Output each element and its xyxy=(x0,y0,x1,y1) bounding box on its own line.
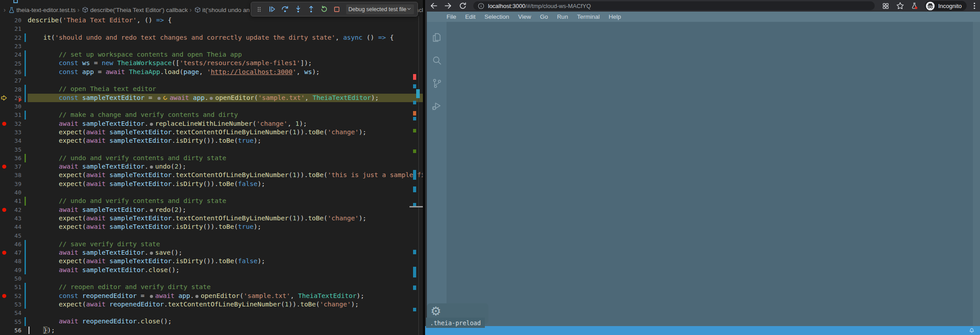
inline-breakpoint-dot[interactable] xyxy=(150,165,153,169)
code-text[interactable] xyxy=(28,42,423,50)
site-info-icon[interactable] xyxy=(478,3,484,9)
code-text[interactable]: // open Theia text editor xyxy=(28,85,423,93)
code-line-33[interactable]: 33 expect(await sampleTextEditor.textCon… xyxy=(0,128,423,136)
code-text[interactable]: await sampleTextEditor.close(); xyxy=(28,266,423,274)
code-text[interactable]: }); xyxy=(28,326,423,335)
forward-icon[interactable] xyxy=(444,2,452,10)
breakpoint-icon[interactable] xyxy=(0,164,8,169)
code-line-30[interactable]: 30 xyxy=(0,102,423,111)
debug-icon[interactable] xyxy=(431,100,442,112)
line-number[interactable]: 46 xyxy=(8,241,21,248)
breadcrumb-describe[interactable]: describe('Theia Text Editor') callback xyxy=(90,7,188,13)
menu-run[interactable]: Run xyxy=(553,13,573,20)
line-number[interactable]: 47 xyxy=(8,249,21,256)
code-line-22[interactable]: 22 it('should undo and redo text changes… xyxy=(0,33,423,42)
line-number[interactable]: 32 xyxy=(8,120,21,127)
breakpoint-icon[interactable] xyxy=(0,250,8,255)
breakpoint-icon[interactable] xyxy=(0,121,8,126)
menu-help[interactable]: Help xyxy=(604,13,625,20)
debug-current-line-icon[interactable] xyxy=(0,95,8,101)
settings-gear-icon[interactable]: ⚙ xyxy=(430,305,441,317)
step-out-button[interactable] xyxy=(306,4,315,15)
code-text[interactable]: // undo and verify contents and dirty st… xyxy=(28,197,423,205)
code-line-55[interactable]: 55 await reopenedEditor.close(); xyxy=(0,317,423,326)
search-icon[interactable] xyxy=(431,54,442,66)
step-over-button[interactable] xyxy=(281,4,289,15)
inline-breakpoint-dot[interactable] xyxy=(150,295,153,298)
line-number[interactable]: 37 xyxy=(8,163,21,170)
code-line-47[interactable]: 47 await sampleTextEditor.save(); xyxy=(0,248,423,257)
code-text[interactable] xyxy=(28,145,423,153)
code-line-49[interactable]: 49 await sampleTextEditor.close(); xyxy=(0,266,423,274)
line-number[interactable]: 56 xyxy=(8,327,21,334)
code-line-37[interactable]: 37 await sampleTextEditor.undo(2); xyxy=(0,162,423,171)
line-number[interactable]: 22 xyxy=(8,34,21,41)
line-number[interactable]: 44 xyxy=(8,223,21,230)
code-text[interactable] xyxy=(28,102,423,111)
code-line-36[interactable]: 36 // undo and verify contents and dirty… xyxy=(0,154,423,162)
line-number[interactable]: 38 xyxy=(8,172,21,178)
code-line-25[interactable]: 25 const ws = new TheiaWorkspace(['tests… xyxy=(0,59,423,67)
line-number[interactable]: 30 xyxy=(8,103,21,110)
line-number[interactable]: 31 xyxy=(8,112,21,118)
line-number[interactable]: 24 xyxy=(8,51,21,58)
line-number[interactable]: 27 xyxy=(8,77,21,84)
code-text[interactable]: expect(await sampleTextEditor.textConten… xyxy=(28,128,423,136)
line-number[interactable]: 35 xyxy=(8,146,21,153)
line-number[interactable]: 41 xyxy=(8,198,21,204)
code-line-45[interactable]: 45 xyxy=(0,231,423,240)
code-line-50[interactable]: 50 xyxy=(0,274,423,283)
code-line-29[interactable]: 29 const sampleTextEditor = await app.op… xyxy=(0,94,423,102)
code-text[interactable]: const sampleTextEditor = await app.openE… xyxy=(28,94,423,102)
code-text[interactable]: await sampleTextEditor.undo(2); xyxy=(28,162,423,171)
code-text[interactable]: const ws = new TheiaWorkspace(['tests/re… xyxy=(28,59,423,67)
line-number[interactable]: 54 xyxy=(8,310,21,316)
breakpoint-icon[interactable] xyxy=(0,294,8,298)
line-number[interactable]: 23 xyxy=(8,43,21,50)
breadcrumb-file[interactable]: theia-text-editor.test.ts xyxy=(17,7,76,13)
inline-breakpoint-dot[interactable] xyxy=(150,209,153,212)
code-text[interactable]: expect(await sampleTextEditor.isDirty())… xyxy=(28,180,423,188)
code-line-44[interactable]: 44 expect(await sampleTextEditor.isDirty… xyxy=(0,223,423,231)
code-text[interactable]: // reopen editor and verify dirty state xyxy=(28,283,423,291)
menu-file[interactable]: File xyxy=(442,13,461,20)
line-number[interactable]: 51 xyxy=(8,284,21,290)
line-number[interactable]: 50 xyxy=(8,275,21,282)
code-text[interactable] xyxy=(28,188,423,197)
code-text[interactable]: // set up workspace contents and open Th… xyxy=(28,50,423,59)
code-line-32[interactable]: 32 await sampleTextEditor.replaceLineWit… xyxy=(0,120,423,128)
code-line-43[interactable]: 43 expect(await sampleTextEditor.textCon… xyxy=(0,214,423,223)
breakpoint-icon[interactable] xyxy=(0,207,8,212)
restart-button[interactable] xyxy=(319,4,328,15)
source-control-icon[interactable] xyxy=(431,77,442,89)
code-line-23[interactable]: 23 xyxy=(0,42,423,50)
menu-terminal[interactable]: Terminal xyxy=(572,13,604,20)
inline-breakpoint-dot[interactable] xyxy=(210,97,213,100)
code-line-27[interactable]: 27 xyxy=(0,76,423,85)
code-line-21[interactable]: 21 xyxy=(0,25,423,33)
code-text[interactable] xyxy=(28,274,423,283)
code-text[interactable]: // make a change and verify contents and… xyxy=(28,111,423,119)
toolbar-grip-handle[interactable] xyxy=(255,4,264,15)
debug-config-dropdown[interactable]: Debug selected test file xyxy=(346,4,414,14)
chrome-menu-icon[interactable] xyxy=(973,2,976,10)
code-text[interactable]: await sampleTextEditor.replaceLineWithLi… xyxy=(28,120,423,128)
code-text[interactable]: const app = await TheiaApp.load(page, 'h… xyxy=(28,68,423,76)
code-text[interactable]: // save verify dirty state xyxy=(28,240,423,248)
line-number[interactable]: 53 xyxy=(8,301,21,308)
code-line-31[interactable]: 31 // make a change and verify contents … xyxy=(0,111,423,119)
code-text[interactable]: expect(await sampleTextEditor.textConten… xyxy=(28,214,423,223)
line-number[interactable]: 52 xyxy=(8,293,21,299)
line-number[interactable]: 49 xyxy=(8,267,21,273)
code-text[interactable]: await sampleTextEditor.redo(2); xyxy=(28,206,423,214)
inline-breakpoint-dot[interactable] xyxy=(150,252,153,255)
code-text[interactable]: expect(await reopenedEditor.textContentO… xyxy=(28,300,423,309)
line-number[interactable]: 28 xyxy=(8,86,21,93)
code-text[interactable]: expect(await sampleTextEditor.isDirty())… xyxy=(28,257,423,265)
line-number[interactable]: 45 xyxy=(8,232,21,239)
line-number[interactable]: 40 xyxy=(8,189,21,196)
reload-icon[interactable] xyxy=(459,2,467,10)
line-number[interactable]: 42 xyxy=(8,207,21,213)
code-line-35[interactable]: 35 xyxy=(0,145,423,153)
code-line-46[interactable]: 46 // save verify dirty state xyxy=(0,240,423,248)
